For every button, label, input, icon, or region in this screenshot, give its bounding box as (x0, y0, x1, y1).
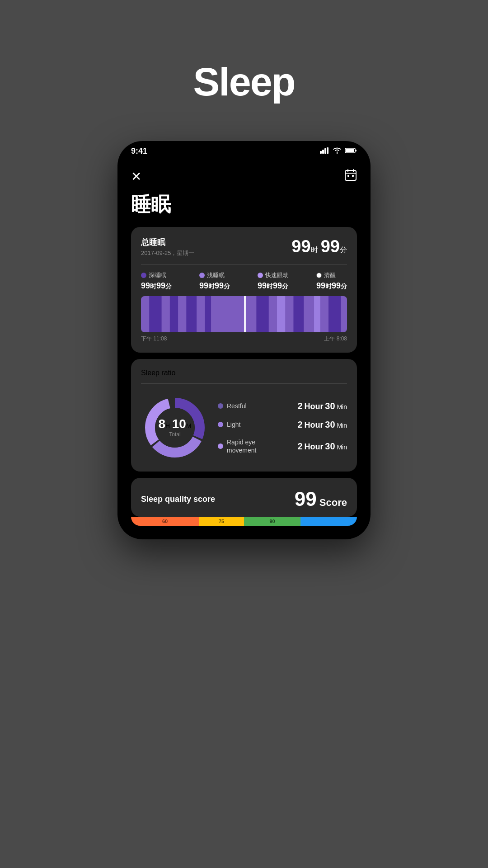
stage-rem-time: 99时99分 (258, 281, 288, 291)
stage-deep-dot (141, 273, 146, 278)
quality-card: Sleep quality score 99 Score (131, 478, 357, 517)
card-divider (141, 264, 347, 265)
score-bar: 60 75 90 ▼ (131, 517, 357, 526)
status-time: 9:41 (131, 146, 147, 156)
svg-rect-19 (256, 296, 268, 332)
ratio-light-left: Light (218, 421, 240, 428)
stage-light: 浅睡眠 99时99分 (199, 271, 230, 291)
ratio-restful-name: Restful (227, 402, 247, 410)
page-title: Sleep (193, 59, 295, 105)
donut-mins: 10 (172, 417, 186, 431)
stage-rem-label-row: 快速眼动 (258, 271, 289, 279)
stage-rem-dot (258, 273, 263, 278)
ratio-restful-left: Restful (218, 402, 247, 410)
wifi-icon (333, 146, 342, 156)
sleep-card: 总睡眠 2017-09-25，星期一 99时 99分 深睡眠 99时 (131, 227, 357, 353)
stage-awake: 清醒 99时99分 (316, 271, 347, 291)
quality-score-display: 99 Score (295, 488, 347, 510)
chart-times: 下午 11:08 上午 8:08 (141, 335, 347, 343)
svg-rect-20 (277, 296, 285, 332)
ratio-rem-dot (218, 443, 223, 449)
stage-awake-time: 99时99分 (316, 281, 347, 291)
score-segment-4 (300, 517, 357, 526)
ratio-light-dot (218, 422, 223, 427)
stage-deep-name: 深睡眠 (149, 271, 166, 279)
app-header: ✕ (131, 169, 357, 184)
app-content: ✕ 睡眠 总睡眠 2017-09-25，星期一 (117, 160, 371, 539)
quality-card-header: Sleep quality score 99 Score (141, 488, 347, 510)
stage-awake-dot (316, 273, 322, 278)
sleep-total-hours: 99 (291, 237, 310, 256)
svg-rect-7 (345, 170, 356, 180)
ratio-rem-name: Rapid eye movement (227, 438, 267, 454)
donut-h-unit: H (165, 422, 170, 429)
svg-rect-22 (314, 296, 320, 332)
svg-rect-11 (347, 175, 349, 177)
ratio-light-name: Light (227, 421, 240, 428)
svg-rect-23 (328, 296, 341, 332)
stage-light-name: 浅睡眠 (207, 271, 225, 279)
battery-icon (345, 147, 357, 156)
ratio-item-light: Light 2 Hour 30 Min (218, 420, 347, 430)
ratio-light-time: 2 Hour 30 Min (297, 420, 347, 430)
calendar-button[interactable] (344, 169, 357, 184)
chart-end-time: 上午 8:08 (324, 335, 347, 343)
stage-light-time: 99时99分 (199, 281, 230, 291)
ratio-rem-time: 2 Hour 30 Min (297, 441, 347, 452)
svg-rect-5 (355, 150, 357, 151)
chart-start-time: 下午 11:08 (141, 335, 167, 343)
score-segment-2: 75 (199, 517, 244, 526)
svg-rect-6 (346, 149, 354, 152)
ratio-restful-time: 2 Hour 30 Min (297, 401, 347, 411)
svg-rect-0 (320, 151, 322, 154)
sleep-card-title: 总睡眠 (141, 237, 195, 248)
ratio-restful-dot (218, 403, 223, 409)
hours-unit: 时 (311, 246, 318, 254)
ratio-legend: Restful 2 Hour 30 Min Light 2 Hour 30 Mi… (218, 401, 347, 454)
stages-legend: 深睡眠 99时99分 浅睡眠 99时99分 (141, 271, 347, 291)
sleep-card-title-block: 总睡眠 2017-09-25，星期一 (141, 237, 195, 257)
svg-rect-2 (324, 148, 326, 154)
ratio-card: Sleep ratio (131, 359, 357, 472)
status-bar: 9:41 (117, 141, 371, 160)
ratio-card-title: Sleep ratio (141, 369, 347, 377)
signal-icon (320, 147, 329, 155)
stage-awake-label-row: 清醒 (316, 271, 336, 279)
score-segment-1: 60 (131, 517, 199, 526)
app-page-title: 睡眠 (131, 191, 357, 218)
svg-rect-1 (322, 150, 324, 154)
stage-light-dot (199, 273, 205, 278)
donut-hours: 8 (159, 417, 166, 431)
quality-score-unit: Score (319, 497, 347, 508)
stage-deep-time: 99时99分 (141, 281, 172, 291)
sleep-total-display: 99时 99分 (291, 237, 347, 256)
quality-score-num: 99 (295, 488, 317, 510)
svg-rect-18 (244, 296, 246, 332)
ratio-rem-left: Rapid eye movement (218, 438, 267, 454)
sleep-card-header: 总睡眠 2017-09-25，星期一 99时 99分 (141, 237, 347, 257)
phone-frame: 9:41 (117, 141, 371, 539)
score-segment-3: 90 ▼ (244, 517, 300, 526)
svg-rect-16 (186, 296, 197, 332)
sleep-chart (141, 296, 347, 332)
svg-rect-12 (352, 175, 354, 177)
mins-unit: 分 (340, 246, 347, 254)
stage-awake-name: 清醒 (324, 271, 336, 279)
ratio-divider (141, 383, 347, 384)
stage-rem: 快速眼动 99时99分 (258, 271, 289, 291)
ratio-item-restful: Restful 2 Hour 30 Min (218, 401, 347, 411)
close-button[interactable]: ✕ (131, 169, 141, 184)
svg-rect-14 (149, 296, 161, 332)
status-icons (320, 146, 357, 156)
stage-light-label-row: 浅睡眠 (199, 271, 225, 279)
sleep-total-mins: 99 (321, 237, 340, 256)
donut-container: 8H 10M Total (141, 394, 209, 462)
donut-m-unit: M (186, 422, 192, 429)
stage-deep: 深睡眠 99时99分 (141, 271, 172, 291)
ratio-card-content: 8H 10M Total Restful (141, 390, 347, 462)
svg-rect-15 (170, 296, 178, 332)
donut-label: Total (159, 431, 192, 438)
svg-rect-21 (293, 296, 304, 332)
donut-total: 8H 10M (159, 418, 192, 430)
svg-rect-17 (205, 296, 211, 332)
